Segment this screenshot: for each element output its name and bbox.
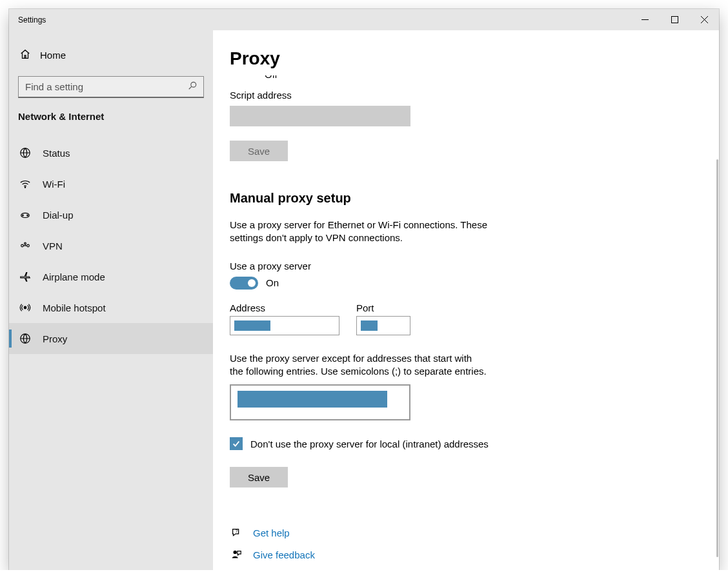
svg-point-12 <box>27 244 30 247</box>
sidebar-item-label: Status <box>43 148 70 159</box>
proxy-icon <box>19 333 31 344</box>
use-setup-script-toggle[interactable]: Off <box>230 75 702 79</box>
sidebar: Home Network & Internet <box>9 30 213 570</box>
sidebar-item-label: VPN <box>43 241 63 251</box>
window-controls <box>630 9 719 30</box>
use-proxy-label: Use a proxy server <box>230 261 702 271</box>
port-value-redacted <box>361 320 378 331</box>
get-help-link[interactable]: ? Get help <box>230 526 702 539</box>
address-input[interactable] <box>230 316 339 335</box>
bypass-description: Use the proxy server except for addresse… <box>230 352 488 379</box>
give-feedback-link[interactable]: Give feedback <box>230 548 702 561</box>
sidebar-item-label: Mobile hotspot <box>43 302 106 313</box>
titlebar: Settings <box>9 9 719 30</box>
page-title: Proxy <box>213 30 719 75</box>
svg-line-5 <box>189 86 192 89</box>
svg-point-9 <box>23 215 24 216</box>
svg-point-13 <box>25 242 26 244</box>
script-address-label: Script address <box>230 90 702 101</box>
bypass-value-redacted <box>238 391 387 408</box>
vpn-icon <box>19 240 31 251</box>
port-label: Port <box>356 302 410 313</box>
close-button[interactable] <box>689 9 719 30</box>
svg-point-11 <box>21 244 24 247</box>
airplane-icon <box>19 271 31 282</box>
address-label: Address <box>230 302 339 313</box>
content-scroll[interactable]: Off Script address Save Manual proxy set… <box>213 75 719 570</box>
local-bypass-checkbox[interactable] <box>230 437 243 450</box>
sidebar-item-label: Proxy <box>43 333 67 344</box>
svg-point-7 <box>25 187 25 188</box>
window-title: Settings <box>9 15 46 25</box>
sidebar-item-vpn[interactable]: VPN <box>9 230 213 261</box>
sidebar-item-wifi[interactable]: Wi-Fi <box>9 168 213 199</box>
wifi-icon <box>19 178 31 190</box>
svg-point-4 <box>191 82 196 87</box>
home-label: Home <box>40 50 66 61</box>
sidebar-item-status[interactable]: Status <box>9 137 213 168</box>
sidebar-item-proxy[interactable]: Proxy <box>9 323 213 354</box>
search-icon <box>188 81 197 92</box>
content-area: Proxy Off Script address Save Manual pro… <box>213 30 719 570</box>
local-bypass-row[interactable]: Don't use the proxy server for local (in… <box>230 437 702 450</box>
sidebar-item-dialup[interactable]: Dial-up <box>9 199 213 230</box>
port-input[interactable] <box>356 316 410 335</box>
sidebar-item-label: Dial-up <box>43 210 74 221</box>
vertical-scrollbar[interactable] <box>716 159 718 557</box>
help-link-label: Get help <box>253 527 290 538</box>
toggle-off-label: Off <box>265 75 278 79</box>
home-icon <box>19 48 31 62</box>
hotspot-icon <box>19 302 31 313</box>
script-address-input <box>230 106 410 126</box>
maximize-button[interactable] <box>660 9 689 30</box>
minimize-button[interactable] <box>630 9 660 30</box>
svg-point-14 <box>24 306 26 309</box>
bypass-list-input[interactable] <box>230 384 410 420</box>
search-input[interactable] <box>18 76 204 98</box>
nav-list: Status Wi-Fi Dial-up <box>9 131 213 354</box>
local-bypass-label: Don't use the proxy server for local (in… <box>250 438 489 449</box>
save-script-button: Save <box>230 141 288 161</box>
settings-window: Settings Home <box>9 9 719 570</box>
save-manual-button[interactable]: Save <box>230 467 288 487</box>
address-value-redacted <box>234 320 270 331</box>
toggle-on-label: On <box>266 277 279 288</box>
svg-text:?: ? <box>235 528 238 534</box>
help-icon: ? <box>230 526 243 539</box>
svg-point-10 <box>27 215 28 216</box>
sidebar-item-label: Airplane mode <box>43 271 105 282</box>
manual-proxy-title: Manual proxy setup <box>230 191 702 206</box>
feedback-link-label: Give feedback <box>253 549 315 560</box>
dialup-icon <box>19 209 31 221</box>
svg-point-17 <box>234 551 237 554</box>
sidebar-item-airplane[interactable]: Airplane mode <box>9 261 213 292</box>
manual-proxy-description: Use a proxy server for Ethernet or Wi-Fi… <box>230 219 520 245</box>
sidebar-item-hotspot[interactable]: Mobile hotspot <box>9 292 213 323</box>
status-icon <box>19 147 31 159</box>
feedback-icon <box>230 548 243 561</box>
category-label: Network & Internet <box>9 104 213 131</box>
sidebar-item-label: Wi-Fi <box>43 179 65 190</box>
home-link[interactable]: Home <box>9 44 213 66</box>
use-proxy-toggle[interactable]: On <box>230 277 702 290</box>
search-field[interactable] <box>25 81 179 92</box>
svg-rect-1 <box>671 17 678 23</box>
